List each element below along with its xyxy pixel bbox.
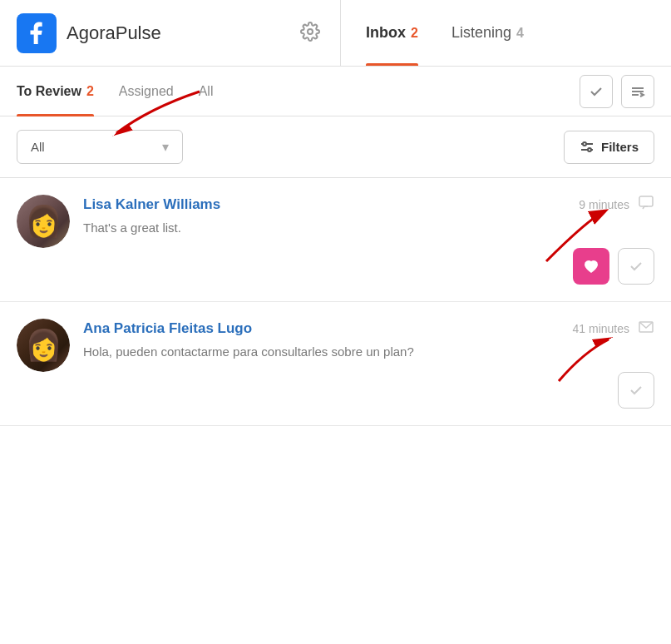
message-meta: 41 minutes — [573, 319, 654, 338]
message-actions — [83, 372, 654, 409]
toolbar: All ▾ Filters — [0, 116, 671, 178]
sub-tab-to-review[interactable]: To Review 2 — [17, 67, 94, 116]
sub-tab-to-review-badge: 2 — [86, 84, 94, 99]
sub-header-actions — [580, 75, 654, 108]
tab-inbox-label: Inbox — [366, 24, 406, 42]
filters-button[interactable]: Filters — [564, 131, 654, 164]
sub-header: To Review 2 Assigned All — [0, 67, 671, 116]
message-header-row: Ana Patricia Fleitas Lugo 41 minutes — [83, 319, 654, 338]
envelope-icon — [638, 319, 654, 338]
message-meta: 9 minutes — [579, 195, 654, 214]
sub-tabs: To Review 2 Assigned All — [17, 67, 580, 116]
message-actions — [83, 248, 654, 285]
main-tabs: Inbox 2 Listening 4 — [341, 0, 549, 66]
svg-point-7 — [588, 148, 591, 151]
sub-tab-all[interactable]: All — [199, 67, 214, 116]
message-content: Lisa Kalner Williams 9 minutes That's a … — [83, 195, 654, 285]
tab-listening-label: Listening — [451, 24, 511, 42]
message-preview: Hola, pueden contactarme para consultarl… — [83, 343, 654, 360]
settings-button[interactable] — [297, 18, 323, 47]
tab-inbox-badge: 2 — [411, 26, 418, 41]
check-button[interactable] — [618, 248, 654, 285]
tab-listening-badge: 4 — [516, 26, 524, 41]
message-content: Ana Patricia Fleitas Lugo 41 minutes Hol… — [83, 319, 654, 409]
message-header-row: Lisa Kalner Williams 9 minutes — [83, 195, 654, 214]
svg-point-0 — [308, 29, 313, 34]
sender-name: Ana Patricia Fleitas Lugo — [83, 320, 252, 337]
avatar — [17, 195, 70, 248]
sub-tab-assigned[interactable]: Assigned — [119, 67, 174, 116]
filter-dropdown[interactable]: All ▾ — [17, 130, 183, 164]
brand-section: AgoraPulse — [0, 0, 341, 66]
svg-point-5 — [583, 142, 586, 146]
sender-name: Lisa Kalner Williams — [83, 196, 220, 213]
sub-tab-all-label: All — [199, 84, 214, 99]
facebook-logo — [17, 13, 57, 53]
dropdown-label: All — [31, 140, 45, 154]
app-header: AgoraPulse Inbox 2 Listening 4 — [0, 0, 671, 67]
messages-list: Lisa Kalner Williams 9 minutes That's a … — [0, 178, 671, 426]
avatar-image — [17, 195, 70, 248]
tab-inbox[interactable]: Inbox 2 — [366, 0, 418, 66]
message-time: 41 minutes — [573, 322, 629, 335]
tab-listening[interactable]: Listening 4 — [451, 0, 524, 66]
message-time: 9 minutes — [579, 198, 629, 211]
avatar-image — [17, 319, 70, 372]
svg-rect-8 — [639, 196, 653, 206]
message-preview: That's a great list. — [83, 219, 654, 236]
sub-tab-assigned-label: Assigned — [119, 84, 174, 99]
message-item: Ana Patricia Fleitas Lugo 41 minutes Hol… — [0, 302, 671, 426]
comment-icon — [638, 195, 654, 214]
brand-name: AgoraPulse — [67, 22, 287, 44]
message-item: Lisa Kalner Williams 9 minutes That's a … — [0, 178, 671, 302]
check-all-button[interactable] — [580, 75, 613, 108]
filters-label: Filters — [601, 140, 639, 154]
avatar — [17, 319, 70, 372]
like-button[interactable] — [573, 248, 609, 285]
sub-tab-to-review-label: To Review — [17, 84, 81, 99]
chevron-down-icon: ▾ — [162, 139, 169, 155]
check-button[interactable] — [618, 372, 654, 409]
assign-button[interactable] — [621, 75, 654, 108]
